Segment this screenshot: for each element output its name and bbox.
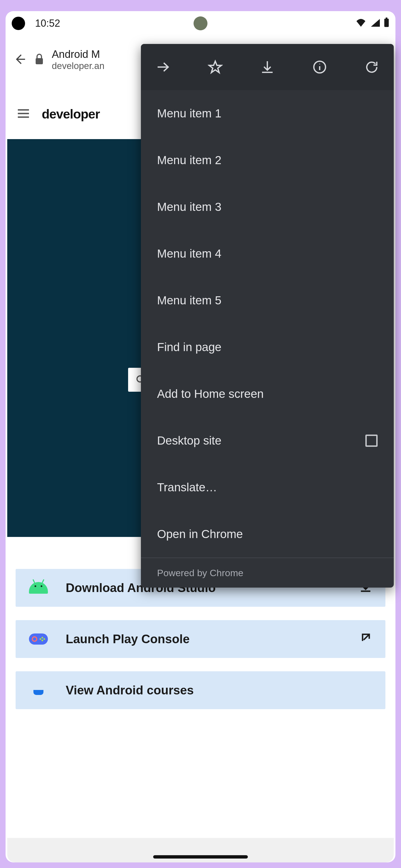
menu-translate[interactable]: Translate… xyxy=(141,464,394,511)
menu-open-in-chrome[interactable]: Open in Chrome xyxy=(141,511,394,558)
cellular-icon xyxy=(370,18,380,29)
menu-footer-label: Powered by Chrome xyxy=(157,567,244,579)
chrome-overflow-menu: Menu item 1 Menu item 2 Menu item 3 Menu… xyxy=(141,44,394,588)
status-clock: 10:52 xyxy=(35,18,60,29)
brand-wordmark: developer xyxy=(42,106,100,122)
svg-point-10 xyxy=(319,64,320,65)
info-icon[interactable] xyxy=(311,58,328,76)
card-label: Launch Play Console xyxy=(66,632,190,646)
card-play-console[interactable]: Launch Play Console xyxy=(16,620,385,658)
tab-host: developer.an xyxy=(52,61,105,71)
svg-rect-2 xyxy=(36,58,43,64)
lock-icon xyxy=(34,54,44,66)
back-button[interactable] xyxy=(13,53,27,67)
tab-title: Android M xyxy=(52,49,105,61)
quick-cards: Download Android Studio Launch Play Cons… xyxy=(16,569,385,709)
reload-icon[interactable] xyxy=(363,58,380,76)
bottom-shade xyxy=(7,838,394,862)
card-android-courses[interactable]: View Android courses xyxy=(16,671,385,709)
status-avatar xyxy=(12,17,25,30)
menu-desktop-site[interactable]: Desktop site xyxy=(141,417,394,464)
open-external-icon xyxy=(360,631,372,647)
play-console-icon xyxy=(29,633,48,645)
download-icon[interactable] xyxy=(259,58,276,76)
gradcap-icon xyxy=(29,685,48,695)
menu-icon-row xyxy=(141,44,394,90)
svg-rect-1 xyxy=(386,18,388,19)
menu-item-1[interactable]: Menu item 1 xyxy=(141,90,394,137)
menu-item-4[interactable]: Menu item 4 xyxy=(141,230,394,277)
menu-item-3[interactable]: Menu item 3 xyxy=(141,184,394,230)
desktop-site-checkbox[interactable] xyxy=(365,435,378,447)
status-bar: 10:52 xyxy=(7,12,394,34)
wifi-icon xyxy=(355,18,367,29)
hamburger-icon[interactable] xyxy=(17,109,30,119)
gesture-bar[interactable] xyxy=(153,855,248,859)
front-camera xyxy=(194,17,207,30)
menu-list: Menu item 1 Menu item 2 Menu item 3 Menu… xyxy=(141,90,394,558)
bugdroid-icon xyxy=(29,582,48,594)
menu-item-5[interactable]: Menu item 5 xyxy=(141,277,394,324)
status-icons xyxy=(355,18,389,30)
menu-item-2[interactable]: Menu item 2 xyxy=(141,137,394,184)
star-icon[interactable] xyxy=(207,58,224,76)
svg-rect-0 xyxy=(384,19,389,27)
battery-icon xyxy=(384,18,389,30)
menu-add-home-screen[interactable]: Add to Home screen xyxy=(141,371,394,417)
card-label: View Android courses xyxy=(66,683,194,697)
menu-footer: Powered by Chrome xyxy=(141,558,394,588)
forward-icon[interactable] xyxy=(154,58,172,76)
menu-find-in-page[interactable]: Find in page xyxy=(141,324,394,371)
